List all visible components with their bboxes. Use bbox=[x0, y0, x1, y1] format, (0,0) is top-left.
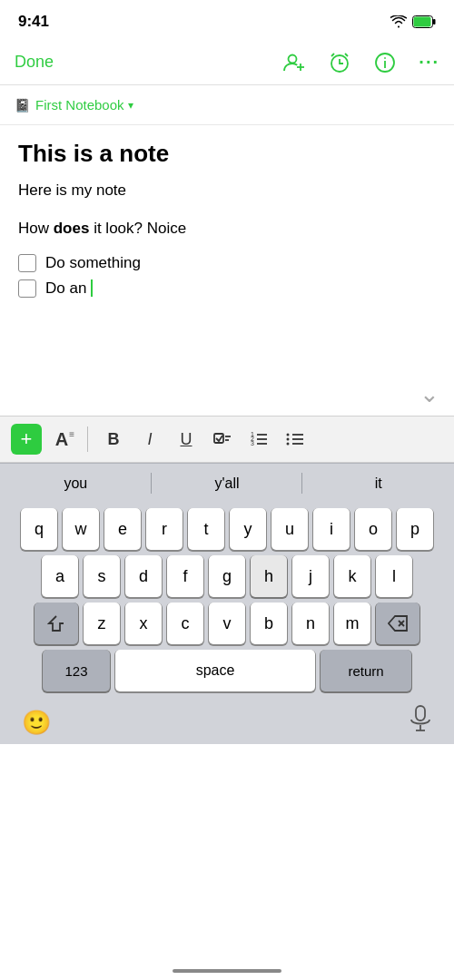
key-k[interactable]: k bbox=[334, 555, 370, 597]
note-line2-pre: How bbox=[18, 220, 54, 237]
unordered-list-button[interactable] bbox=[279, 424, 311, 455]
text-cursor bbox=[86, 279, 93, 297]
key-v[interactable]: v bbox=[209, 603, 245, 644]
svg-point-26 bbox=[287, 443, 290, 446]
key-j[interactable]: j bbox=[292, 555, 329, 597]
ordered-list-icon: 1 2 3 bbox=[249, 429, 269, 449]
notebook-icon: 📓 bbox=[15, 98, 30, 113]
space-key[interactable]: space bbox=[115, 650, 315, 691]
text-style-button[interactable]: A≡ bbox=[45, 424, 78, 455]
note-line2-post: it look? Noice bbox=[89, 220, 186, 237]
nav-bar: Done ··· bbox=[0, 40, 454, 85]
return-key[interactable]: return bbox=[321, 650, 411, 691]
bottom-bar: 🙂 bbox=[0, 699, 454, 744]
svg-point-24 bbox=[287, 434, 290, 436]
svg-text:3: 3 bbox=[251, 440, 254, 446]
note-line2-bold: does bbox=[54, 220, 90, 237]
key-e[interactable]: e bbox=[104, 508, 141, 550]
key-p[interactable]: p bbox=[397, 508, 433, 550]
key-t[interactable]: t bbox=[188, 508, 224, 550]
key-x[interactable]: x bbox=[125, 603, 162, 644]
checklist-icon bbox=[212, 429, 232, 449]
key-l[interactable]: l bbox=[376, 555, 412, 597]
numbers-key[interactable]: 123 bbox=[43, 650, 110, 691]
checklist-button[interactable] bbox=[206, 424, 239, 455]
shift-icon bbox=[47, 614, 65, 632]
toolbar-divider bbox=[87, 426, 88, 452]
key-c[interactable]: c bbox=[167, 603, 203, 644]
unordered-list-icon bbox=[285, 429, 305, 449]
info-icon[interactable] bbox=[373, 51, 397, 74]
status-icons bbox=[390, 15, 436, 28]
notebook-name[interactable]: First Notebook bbox=[35, 97, 124, 113]
checkbox-1[interactable] bbox=[18, 254, 36, 272]
key-row-1: q w e r t y u i o p bbox=[0, 503, 454, 550]
key-s[interactable]: s bbox=[84, 555, 120, 597]
key-r[interactable]: r bbox=[146, 508, 183, 550]
note-line-2: How does it look? Noice bbox=[18, 217, 436, 240]
wifi-icon bbox=[390, 15, 407, 28]
backspace-icon bbox=[388, 615, 408, 632]
add-format-button[interactable]: + bbox=[11, 424, 42, 455]
key-z[interactable]: z bbox=[84, 603, 120, 644]
key-q[interactable]: q bbox=[21, 508, 57, 550]
note-content-area[interactable]: This is a note Here is my note How does … bbox=[0, 125, 454, 416]
key-d[interactable]: d bbox=[125, 555, 162, 597]
svg-line-7 bbox=[331, 54, 334, 56]
key-o[interactable]: o bbox=[355, 508, 391, 550]
key-f[interactable]: f bbox=[167, 555, 203, 597]
status-bar: 9:41 bbox=[0, 0, 454, 40]
checklist-item-1: Do something bbox=[18, 254, 436, 272]
scroll-down-icon[interactable]: ⌄ bbox=[419, 380, 439, 408]
shift-key[interactable] bbox=[35, 603, 78, 644]
checklist-item-2: Do an bbox=[18, 279, 436, 298]
add-person-icon[interactable] bbox=[282, 51, 306, 74]
svg-rect-29 bbox=[416, 706, 425, 720]
note-line-1: Here is my note bbox=[18, 179, 436, 202]
svg-rect-1 bbox=[433, 19, 436, 24]
microphone-icon bbox=[409, 705, 432, 734]
key-row-3: z x c v b n m bbox=[0, 597, 454, 644]
text-style-label: A bbox=[55, 429, 68, 450]
key-g[interactable]: g bbox=[209, 555, 245, 597]
key-n[interactable]: n bbox=[292, 603, 329, 644]
svg-point-11 bbox=[385, 57, 386, 58]
checklist-label-2: Do an bbox=[45, 279, 93, 298]
svg-point-3 bbox=[289, 54, 297, 63]
key-h[interactable]: h bbox=[251, 555, 287, 597]
notebook-chevron-icon[interactable]: ▾ bbox=[128, 99, 133, 112]
key-row-2: a s d f g h j k l bbox=[0, 550, 454, 597]
reminder-icon[interactable] bbox=[328, 51, 351, 74]
checkbox-2[interactable] bbox=[18, 279, 36, 298]
autocomplete-item-1[interactable]: y'all bbox=[152, 466, 303, 501]
key-w[interactable]: w bbox=[63, 508, 99, 550]
text-style-lines-icon: ≡ bbox=[69, 429, 74, 439]
ordered-list-button[interactable]: 1 2 3 bbox=[242, 424, 275, 455]
nav-icon-group: ··· bbox=[282, 51, 439, 74]
checklist-label-1: Do something bbox=[45, 254, 141, 272]
backspace-key[interactable] bbox=[376, 603, 419, 644]
key-u[interactable]: u bbox=[271, 508, 308, 550]
bold-button[interactable]: B bbox=[97, 424, 130, 455]
keyboard: q w e r t y u i o p a s d f g h j k l z … bbox=[0, 503, 454, 699]
notebook-bar: 📓 First Notebook ▾ bbox=[0, 85, 454, 125]
svg-point-25 bbox=[287, 438, 290, 441]
key-b[interactable]: b bbox=[251, 603, 287, 644]
key-i[interactable]: i bbox=[313, 508, 350, 550]
key-row-4: 123 space return bbox=[0, 644, 454, 699]
more-button[interactable]: ··· bbox=[419, 52, 439, 73]
note-title: This is a note bbox=[18, 140, 436, 168]
italic-button[interactable]: I bbox=[133, 424, 166, 455]
microphone-button[interactable] bbox=[409, 705, 432, 740]
key-m[interactable]: m bbox=[334, 603, 370, 644]
done-button[interactable]: Done bbox=[15, 53, 54, 72]
format-toolbar: + A≡ B I U 1 2 3 bbox=[0, 416, 454, 463]
autocomplete-item-0[interactable]: you bbox=[0, 466, 152, 501]
key-a[interactable]: a bbox=[42, 555, 78, 597]
autocomplete-item-2[interactable]: it bbox=[302, 466, 454, 501]
underline-button[interactable]: U bbox=[170, 424, 202, 455]
status-time: 9:41 bbox=[18, 13, 49, 31]
svg-line-8 bbox=[345, 54, 348, 56]
key-y[interactable]: y bbox=[230, 508, 266, 550]
emoji-button[interactable]: 🙂 bbox=[22, 709, 51, 737]
